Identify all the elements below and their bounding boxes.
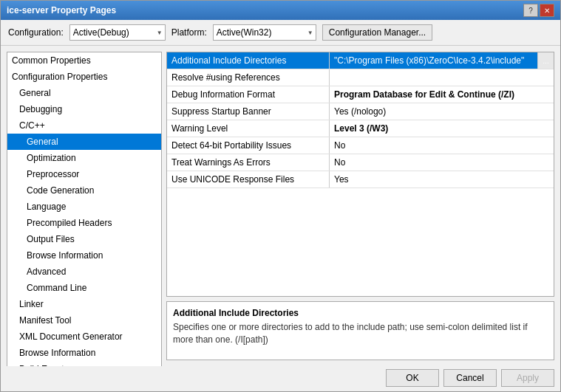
description-box: Additional Include Directories Specifies…	[166, 301, 554, 360]
browse-button-additional-include-dirs[interactable]: ...	[537, 52, 554, 69]
title-bar: ice-server Property Pages ? ✕	[1, 1, 560, 20]
sidebar-item-precompiled-headers[interactable]: Precompiled Headers	[7, 215, 161, 231]
property-pages-window: ice-server Property Pages ? ✕ Configurat…	[0, 0, 561, 392]
sidebar-item-preprocessor[interactable]: Preprocessor	[7, 166, 161, 182]
sidebar-item-configuration-properties[interactable]: Configuration Properties	[7, 69, 161, 85]
main-area: Common PropertiesConfiguration Propertie…	[1, 46, 560, 366]
prop-row-debug-info-format[interactable]: Debug Information FormatProgram Database…	[167, 86, 554, 103]
sidebar-item-language[interactable]: Language	[7, 199, 161, 215]
prop-name-additional-include-dirs: Additional Include Directories	[167, 52, 330, 69]
sidebar-item-debugging[interactable]: Debugging	[7, 101, 161, 117]
prop-name-treat-warnings: Treat Warnings As Errors	[167, 154, 330, 171]
prop-name-resolve-using-refs: Resolve #using References	[167, 69, 330, 86]
prop-value-debug-info-format: Program Database for Edit & Continue (/Z…	[330, 86, 554, 103]
config-label: Configuration:	[8, 27, 64, 38]
prop-name-unicode-response: Use UNICODE Response Files	[167, 171, 330, 188]
sidebar-item-browse-information2[interactable]: Browse Information	[7, 345, 161, 361]
prop-name-warning-level: Warning Level	[167, 120, 330, 137]
config-value: Active(Debug)	[73, 27, 140, 38]
sidebar-item-manifest-tool[interactable]: Manifest Tool	[7, 312, 161, 329]
sidebar-item-command-line[interactable]: Command Line	[7, 280, 161, 296]
prop-name-suppress-startup: Suppress Startup Banner	[167, 103, 330, 120]
close-button[interactable]: ✕	[540, 4, 554, 17]
content-area: Additional Include Directories"C:\Progra…	[166, 52, 554, 360]
config-manager-button[interactable]: Configuration Manager...	[322, 24, 432, 41]
help-button[interactable]: ?	[523, 4, 538, 17]
sidebar-item-linker[interactable]: Linker	[7, 296, 161, 312]
sidebar-item-xml-document-generator[interactable]: XML Document Generator	[7, 329, 161, 345]
prop-row-treat-warnings[interactable]: Treat Warnings As ErrorsNo	[167, 154, 554, 171]
prop-name-debug-info-format: Debug Information Format	[167, 86, 330, 103]
sidebar-item-optimization[interactable]: Optimization	[7, 150, 161, 166]
description-title: Additional Include Directories	[173, 308, 548, 318]
sidebar-item-build-events[interactable]: Build Events	[7, 361, 161, 366]
prop-value-treat-warnings: No	[330, 154, 554, 171]
sidebar-item-common-properties[interactable]: Common Properties	[7, 52, 161, 69]
title-controls: ? ✕	[523, 4, 554, 17]
prop-row-warning-level[interactable]: Warning LevelLevel 3 (/W3)	[167, 120, 554, 137]
window-title: ice-server Property Pages	[7, 5, 116, 16]
sidebar-item-cpp[interactable]: C/C++	[7, 117, 161, 134]
prop-row-suppress-startup[interactable]: Suppress Startup BannerYes (/nologo)	[167, 103, 554, 120]
platform-arrow-icon: ▼	[307, 30, 313, 36]
prop-row-unicode-response[interactable]: Use UNICODE Response FilesYes	[167, 171, 554, 188]
platform-label: Platform:	[171, 27, 207, 38]
sidebar-item-code-generation[interactable]: Code Generation	[7, 182, 161, 199]
sidebar-item-output-files[interactable]: Output Files	[7, 231, 161, 247]
sidebar: Common PropertiesConfiguration Propertie…	[7, 52, 162, 366]
prop-value-warning-level: Level 3 (/W3)	[330, 120, 554, 137]
sidebar-item-cpp-general[interactable]: General	[7, 134, 161, 150]
button-bar: OK Cancel Apply	[1, 366, 560, 391]
sidebar-item-general[interactable]: General	[7, 85, 161, 101]
prop-value-resolve-using-refs	[330, 69, 554, 86]
apply-button[interactable]: Apply	[501, 369, 554, 387]
sidebar-item-browse-information[interactable]: Browse Information	[7, 247, 161, 264]
platform-value: Active(Win32)	[217, 27, 282, 38]
sidebar-item-advanced[interactable]: Advanced	[7, 264, 161, 280]
prop-row-additional-include-dirs[interactable]: Additional Include Directories"C:\Progra…	[167, 52, 554, 69]
cancel-button[interactable]: Cancel	[443, 369, 497, 387]
prop-value-suppress-startup: Yes (/nologo)	[330, 103, 554, 120]
prop-row-resolve-using-refs[interactable]: Resolve #using References	[167, 69, 554, 86]
prop-row-detect-64bit[interactable]: Detect 64-bit Portability IssuesNo	[167, 137, 554, 154]
prop-name-detect-64bit: Detect 64-bit Portability Issues	[167, 137, 330, 154]
config-arrow-icon: ▼	[157, 30, 163, 36]
configuration-combo[interactable]: Active(Debug) ▼	[69, 24, 166, 41]
toolbar: Configuration: Active(Debug) ▼ Platform:…	[1, 20, 560, 46]
platform-combo[interactable]: Active(Win32) ▼	[213, 24, 316, 41]
prop-value-unicode-response: Yes	[330, 171, 554, 188]
ok-button[interactable]: OK	[386, 369, 439, 387]
prop-value-additional-include-dirs: "C:\Program Files (x86)\ZeroC\Ice-3.4.2\…	[330, 52, 537, 69]
property-table: Additional Include Directories"C:\Progra…	[166, 52, 554, 297]
prop-value-detect-64bit: No	[330, 137, 554, 154]
description-text: Specifies one or more directories to add…	[173, 321, 548, 346]
